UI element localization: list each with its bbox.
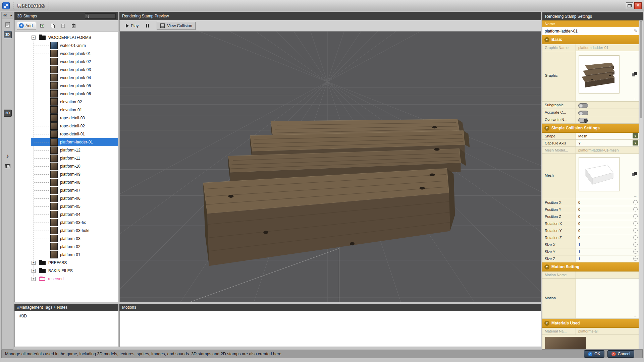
- cancel-button[interactable]: ✕ Cancel: [607, 350, 634, 358]
- play-button[interactable]: Play: [123, 22, 141, 30]
- tree-folder-bakin-files[interactable]: + BAKIN FILES: [15, 267, 118, 275]
- size-y-input[interactable]: 1: [576, 248, 639, 255]
- expand-icon[interactable]: +: [32, 277, 36, 281]
- select-resource-icon[interactable]: [632, 72, 637, 77]
- tree-item[interactable]: water-01-anim: [15, 42, 118, 50]
- rotation-y-input[interactable]: 0: [576, 227, 639, 234]
- tree-item[interactable]: rope-detail-02: [15, 122, 118, 130]
- dropdown-arrow-icon[interactable]: ▾: [633, 133, 638, 138]
- ok-button[interactable]: ✓ OK: [584, 350, 604, 358]
- 2d-stamps-section-button[interactable]: 2D: [3, 109, 12, 117]
- position-x-input[interactable]: 0: [576, 199, 639, 206]
- subgraphic-toggle[interactable]: [578, 103, 588, 108]
- rotation-z-input[interactable]: 0: [576, 234, 639, 241]
- rotation-x-input[interactable]: 0: [576, 220, 639, 227]
- section-basic[interactable]: ▾ Basic: [542, 35, 639, 44]
- tags-notes-area[interactable]: #3D: [14, 311, 118, 347]
- size-x-input[interactable]: 1: [576, 241, 639, 248]
- new-folder-button[interactable]: [38, 22, 47, 30]
- edit-pencil-icon[interactable]: ✎: [634, 28, 637, 33]
- accurate-collision-toggle[interactable]: [578, 111, 588, 115]
- tree-item[interactable]: platform-12: [15, 146, 118, 154]
- motion-picker[interactable]: →: [576, 279, 639, 318]
- spinner-icon[interactable]: [633, 200, 638, 204]
- collapsed-resources-tab[interactable]: Re ▸: [2, 12, 13, 18]
- tree-item[interactable]: platform-04: [15, 210, 118, 219]
- duplicate-button[interactable]: [48, 22, 57, 30]
- close-button[interactable]: ✕: [634, 2, 642, 9]
- tree-item[interactable]: wooden-plank-04: [15, 74, 118, 82]
- section-motion[interactable]: ▾ Motion Setting: [542, 262, 639, 272]
- spinner-icon[interactable]: [633, 242, 638, 247]
- view-collision-button[interactable]: View Collision: [157, 22, 195, 30]
- stamps-search-input[interactable]: [85, 13, 116, 19]
- section-materials[interactable]: ▾ Materials Used: [542, 319, 639, 328]
- open-resource-icon[interactable]: →: [633, 96, 637, 101]
- settings-scrollbar[interactable]: [639, 20, 643, 349]
- tree-item[interactable]: rope-detail-03: [15, 114, 118, 122]
- tree-item[interactable]: platform-06: [15, 194, 118, 202]
- 3d-stamps-section-button[interactable]: 3D: [3, 31, 12, 39]
- sounds-section-button[interactable]: ♪: [3, 152, 12, 160]
- scrollbar-thumb[interactable]: [640, 21, 642, 118]
- tree-item[interactable]: platform-01: [15, 251, 118, 259]
- property-value: 0: [578, 222, 580, 226]
- overwrite-toggle[interactable]: [578, 118, 588, 123]
- spinner-icon[interactable]: [633, 235, 638, 240]
- tree-root-folder[interactable]: − WOODENPLATFORMS: [15, 34, 118, 42]
- restore-button[interactable]: [626, 2, 633, 9]
- shape-select[interactable]: Mesh ▾: [576, 133, 639, 139]
- tree-item[interactable]: platform-02: [15, 243, 118, 251]
- collapse-icon[interactable]: −: [32, 36, 36, 40]
- position-y-input[interactable]: 0: [576, 206, 639, 213]
- tree-folder-prefabs[interactable]: + PREFABS: [15, 259, 118, 267]
- tree-folder-reserved[interactable]: + reserved: [15, 275, 118, 283]
- expand-icon[interactable]: +: [32, 269, 36, 273]
- select-resource-icon[interactable]: [632, 172, 637, 177]
- materials-section-button[interactable]: [3, 20, 12, 29]
- tree-item[interactable]: platform-11: [15, 154, 118, 162]
- tree-item[interactable]: platform-05: [15, 202, 118, 210]
- tree-item[interactable]: elevation-02: [15, 98, 118, 106]
- tree-item[interactable]: platform-09: [15, 170, 118, 178]
- tree-item[interactable]: platform-03: [15, 235, 118, 243]
- tree-item[interactable]: rope-detail-01: [15, 130, 118, 138]
- pause-button[interactable]: [143, 22, 151, 30]
- mesh-picker[interactable]: →: [576, 154, 639, 199]
- spinner-icon[interactable]: [633, 249, 638, 254]
- tree-item[interactable]: platform-03-hole: [15, 227, 118, 235]
- spinner-icon[interactable]: [633, 221, 638, 226]
- paste-button[interactable]: [59, 22, 67, 30]
- tree-item[interactable]: wooden-plank-06: [15, 90, 118, 98]
- spinner-icon[interactable]: [633, 207, 638, 212]
- tree-item[interactable]: platform-08: [15, 178, 118, 186]
- movies-section-button[interactable]: [3, 162, 12, 170]
- expand-icon[interactable]: +: [32, 261, 36, 265]
- tree-item[interactable]: wooden-plank-02: [15, 58, 118, 66]
- delete-button[interactable]: [69, 22, 78, 30]
- section-collision[interactable]: ▾ Simple Collision Settings: [542, 124, 639, 133]
- tree-item[interactable]: wooden-plank-03: [15, 66, 118, 74]
- spinner-icon[interactable]: [633, 256, 638, 261]
- tree-item[interactable]: platform-07: [15, 186, 118, 194]
- tree-item[interactable]: platform-10: [15, 162, 118, 170]
- open-resource-icon[interactable]: →: [633, 193, 637, 198]
- motions-list[interactable]: [119, 311, 541, 347]
- tree-item-selected[interactable]: platform-ladder-01: [15, 138, 118, 146]
- tree-item[interactable]: elevation-01: [15, 106, 118, 114]
- add-stamp-button[interactable]: + Add: [17, 22, 36, 30]
- size-z-input[interactable]: 1: [576, 255, 639, 262]
- tree-item[interactable]: wooden-plank-05: [15, 82, 118, 90]
- dropdown-arrow-icon[interactable]: ▾: [633, 140, 638, 145]
- tree-item[interactable]: platform-03-fix: [15, 219, 118, 227]
- stamp-name-input[interactable]: platform-ladder-01 ✎: [542, 27, 639, 35]
- spinner-icon[interactable]: [633, 228, 638, 233]
- open-resource-icon[interactable]: →: [633, 313, 637, 318]
- spinner-icon[interactable]: [633, 214, 638, 219]
- position-z-input[interactable]: 0: [576, 213, 639, 220]
- capsule-axis-select[interactable]: Y ▾: [576, 140, 639, 146]
- graphic-picker[interactable]: →: [576, 51, 639, 101]
- titlebar[interactable]: Resources ✕: [0, 0, 644, 11]
- tree-item[interactable]: wooden-plank-01: [15, 50, 118, 58]
- preview-viewport[interactable]: [119, 32, 541, 302]
